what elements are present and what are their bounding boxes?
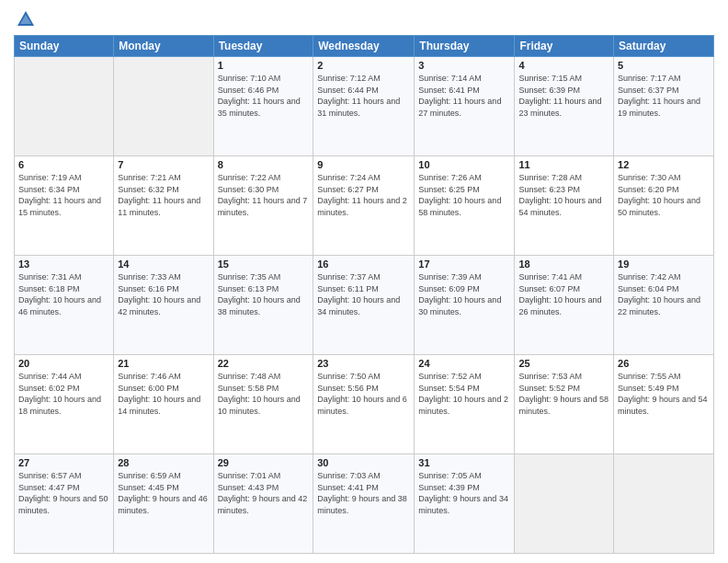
day-info: Sunrise: 7:17 AMSunset: 6:37 PMDaylight:…	[618, 73, 710, 119]
day-info: Sunrise: 7:53 AMSunset: 5:52 PMDaylight:…	[518, 371, 609, 417]
calendar-week-4: 20Sunrise: 7:44 AMSunset: 6:02 PMDayligh…	[15, 355, 714, 454]
day-number: 18	[518, 259, 609, 270]
calendar-cell: 22Sunrise: 7:48 AMSunset: 5:58 PMDayligh…	[213, 355, 313, 454]
calendar-cell: 17Sunrise: 7:39 AMSunset: 6:09 PMDayligh…	[415, 256, 515, 355]
calendar-cell: 26Sunrise: 7:55 AMSunset: 5:49 PMDayligh…	[614, 355, 714, 454]
day-number: 19	[618, 259, 710, 270]
logo	[14, 9, 38, 29]
day-info: Sunrise: 7:55 AMSunset: 5:49 PMDaylight:…	[618, 371, 710, 417]
day-info: Sunrise: 7:15 AMSunset: 6:39 PMDaylight:…	[518, 73, 609, 119]
day-header-wednesday: Wednesday	[313, 36, 415, 57]
calendar-cell: 12Sunrise: 7:30 AMSunset: 6:20 PMDayligh…	[614, 156, 714, 256]
day-number: 8	[218, 159, 310, 170]
day-info: Sunrise: 7:35 AMSunset: 6:13 PMDaylight:…	[218, 271, 310, 317]
day-number: 22	[218, 358, 310, 369]
day-info: Sunrise: 7:03 AMSunset: 4:41 PMDaylight:…	[317, 470, 410, 516]
day-number: 13	[18, 259, 109, 270]
day-number: 16	[317, 259, 410, 270]
calendar-week-1: 1Sunrise: 7:10 AMSunset: 6:46 PMDaylight…	[15, 57, 714, 156]
day-info: Sunrise: 7:21 AMSunset: 6:32 PMDaylight:…	[118, 172, 209, 218]
calendar-cell: 19Sunrise: 7:42 AMSunset: 6:04 PMDayligh…	[614, 256, 714, 355]
day-header-thursday: Thursday	[415, 36, 515, 57]
day-info: Sunrise: 7:50 AMSunset: 5:56 PMDaylight:…	[317, 371, 410, 417]
calendar-week-5: 27Sunrise: 6:57 AMSunset: 4:47 PMDayligh…	[15, 454, 714, 554]
day-info: Sunrise: 7:33 AMSunset: 6:16 PMDaylight:…	[118, 271, 209, 317]
calendar-cell: 30Sunrise: 7:03 AMSunset: 4:41 PMDayligh…	[313, 454, 415, 554]
day-number: 17	[418, 259, 510, 270]
day-number: 15	[218, 259, 310, 270]
day-number: 7	[118, 159, 209, 170]
day-info: Sunrise: 7:05 AMSunset: 4:39 PMDaylight:…	[418, 470, 510, 516]
header	[14, 9, 714, 29]
day-number: 11	[518, 159, 609, 170]
day-info: Sunrise: 7:01 AMSunset: 4:43 PMDaylight:…	[218, 470, 310, 516]
day-info: Sunrise: 7:19 AMSunset: 6:34 PMDaylight:…	[18, 172, 109, 218]
calendar-cell: 21Sunrise: 7:46 AMSunset: 6:00 PMDayligh…	[114, 355, 213, 454]
day-header-friday: Friday	[515, 36, 614, 57]
calendar-cell: 23Sunrise: 7:50 AMSunset: 5:56 PMDayligh…	[313, 355, 415, 454]
calendar-cell: 3Sunrise: 7:14 AMSunset: 6:41 PMDaylight…	[415, 57, 515, 156]
day-number: 3	[418, 60, 510, 71]
calendar-week-2: 6Sunrise: 7:19 AMSunset: 6:34 PMDaylight…	[15, 156, 714, 256]
day-info: Sunrise: 7:41 AMSunset: 6:07 PMDaylight:…	[518, 271, 609, 317]
calendar-cell: 31Sunrise: 7:05 AMSunset: 4:39 PMDayligh…	[415, 454, 515, 554]
day-number: 26	[618, 358, 710, 369]
day-header-sunday: Sunday	[15, 36, 114, 57]
day-info: Sunrise: 7:30 AMSunset: 6:20 PMDaylight:…	[618, 172, 710, 218]
day-info: Sunrise: 7:31 AMSunset: 6:18 PMDaylight:…	[18, 271, 109, 317]
calendar-cell	[114, 57, 213, 156]
day-number: 5	[618, 60, 710, 71]
calendar-cell: 14Sunrise: 7:33 AMSunset: 6:16 PMDayligh…	[114, 256, 213, 355]
calendar-cell: 7Sunrise: 7:21 AMSunset: 6:32 PMDaylight…	[114, 156, 213, 256]
calendar-cell: 10Sunrise: 7:26 AMSunset: 6:25 PMDayligh…	[415, 156, 515, 256]
calendar-cell: 25Sunrise: 7:53 AMSunset: 5:52 PMDayligh…	[515, 355, 614, 454]
day-info: Sunrise: 7:14 AMSunset: 6:41 PMDaylight:…	[418, 73, 510, 119]
day-number: 14	[118, 259, 209, 270]
calendar: SundayMondayTuesdayWednesdayThursdayFrid…	[14, 35, 714, 554]
day-number: 21	[118, 358, 209, 369]
day-number: 2	[317, 60, 410, 71]
calendar-cell: 11Sunrise: 7:28 AMSunset: 6:23 PMDayligh…	[515, 156, 614, 256]
day-number: 23	[317, 358, 410, 369]
day-number: 1	[218, 60, 310, 71]
day-header-saturday: Saturday	[614, 36, 714, 57]
calendar-week-3: 13Sunrise: 7:31 AMSunset: 6:18 PMDayligh…	[15, 256, 714, 355]
day-info: Sunrise: 7:39 AMSunset: 6:09 PMDaylight:…	[418, 271, 510, 317]
day-info: Sunrise: 7:22 AMSunset: 6:30 PMDaylight:…	[218, 172, 310, 218]
calendar-cell: 15Sunrise: 7:35 AMSunset: 6:13 PMDayligh…	[213, 256, 313, 355]
day-info: Sunrise: 7:44 AMSunset: 6:02 PMDaylight:…	[18, 371, 109, 417]
day-info: Sunrise: 7:24 AMSunset: 6:27 PMDaylight:…	[317, 172, 410, 218]
day-number: 24	[418, 358, 510, 369]
day-number: 31	[418, 457, 510, 468]
day-header-tuesday: Tuesday	[213, 36, 313, 57]
calendar-cell: 2Sunrise: 7:12 AMSunset: 6:44 PMDaylight…	[313, 57, 415, 156]
day-info: Sunrise: 7:26 AMSunset: 6:25 PMDaylight:…	[418, 172, 510, 218]
day-info: Sunrise: 7:10 AMSunset: 6:46 PMDaylight:…	[218, 73, 310, 119]
day-number: 20	[18, 358, 109, 369]
calendar-cell: 24Sunrise: 7:52 AMSunset: 5:54 PMDayligh…	[415, 355, 515, 454]
calendar-cell: 4Sunrise: 7:15 AMSunset: 6:39 PMDaylight…	[515, 57, 614, 156]
day-number: 27	[18, 457, 109, 468]
calendar-cell: 29Sunrise: 7:01 AMSunset: 4:43 PMDayligh…	[213, 454, 313, 554]
day-number: 28	[118, 457, 209, 468]
calendar-cell: 28Sunrise: 6:59 AMSunset: 4:45 PMDayligh…	[114, 454, 213, 554]
day-number: 10	[418, 159, 510, 170]
calendar-cell: 5Sunrise: 7:17 AMSunset: 6:37 PMDaylight…	[614, 57, 714, 156]
calendar-cell	[614, 454, 714, 554]
calendar-cell: 16Sunrise: 7:37 AMSunset: 6:11 PMDayligh…	[313, 256, 415, 355]
calendar-header-row: SundayMondayTuesdayWednesdayThursdayFrid…	[15, 36, 714, 57]
calendar-cell: 27Sunrise: 6:57 AMSunset: 4:47 PMDayligh…	[15, 454, 114, 554]
calendar-cell	[515, 454, 614, 554]
logo-icon	[16, 9, 36, 29]
day-number: 6	[18, 159, 109, 170]
calendar-cell: 1Sunrise: 7:10 AMSunset: 6:46 PMDaylight…	[213, 57, 313, 156]
day-info: Sunrise: 7:28 AMSunset: 6:23 PMDaylight:…	[518, 172, 609, 218]
day-number: 9	[317, 159, 410, 170]
day-info: Sunrise: 7:48 AMSunset: 5:58 PMDaylight:…	[218, 371, 310, 417]
calendar-cell: 13Sunrise: 7:31 AMSunset: 6:18 PMDayligh…	[15, 256, 114, 355]
calendar-cell: 9Sunrise: 7:24 AMSunset: 6:27 PMDaylight…	[313, 156, 415, 256]
day-info: Sunrise: 7:12 AMSunset: 6:44 PMDaylight:…	[317, 73, 410, 119]
day-info: Sunrise: 7:46 AMSunset: 6:00 PMDaylight:…	[118, 371, 209, 417]
calendar-cell: 6Sunrise: 7:19 AMSunset: 6:34 PMDaylight…	[15, 156, 114, 256]
day-info: Sunrise: 7:42 AMSunset: 6:04 PMDaylight:…	[618, 271, 710, 317]
